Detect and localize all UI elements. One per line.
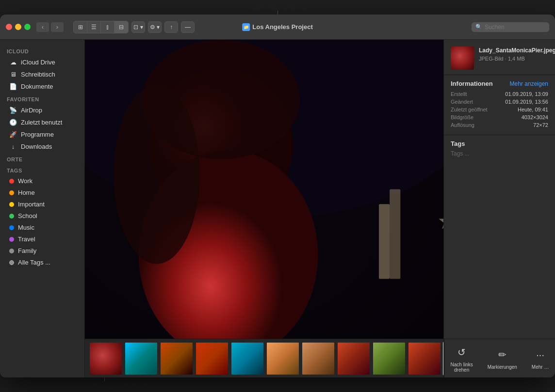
list-view-icon: ☰ (91, 24, 97, 31)
sidebar-section-favoriten: Favoriten (0, 93, 84, 104)
sidebar-item-label: School (18, 212, 37, 220)
minimize-button[interactable] (15, 24, 21, 30)
info-preview: Lady_SantaMonicaPier.jpeg JPEG-Bild · 1,… (444, 40, 555, 75)
info-label-aufloesung: Auflösung (451, 122, 474, 128)
thumbnail-4[interactable] (195, 342, 229, 376)
thumbnail-7[interactable] (301, 342, 335, 376)
forward-icon: › (56, 23, 58, 31)
maximize-button[interactable] (24, 24, 31, 30)
thumbnail-8[interactable] (337, 342, 371, 376)
info-row-geaendert: Geändert 01.09.2019, 13:56 (451, 99, 548, 105)
tag-dot-important (9, 202, 14, 207)
more-button[interactable]: ··· Mehr … (532, 347, 549, 370)
tag-dot-school (9, 214, 14, 219)
info-label-zuletzt: Zuletzt geöffnet (451, 107, 488, 112)
tag-dot-travel (9, 237, 14, 242)
svg-rect-8 (379, 204, 390, 279)
thumbnail-6[interactable] (266, 342, 300, 376)
markup-icon: ✏ (494, 347, 510, 362)
column-view-button[interactable]: ⫿ (101, 21, 114, 33)
info-panel: Lady_SantaMonicaPier.jpeg JPEG-Bild · 1,… (443, 40, 555, 377)
info-row-erstellt: Erstellt 01.09.2019, 13:09 (451, 91, 548, 97)
cloud-icon: ☁ (9, 58, 17, 66)
tags-title: Tags (451, 140, 548, 147)
info-value-geaendert: 01.09.2019, 13:56 (505, 99, 548, 105)
sidebar-item-tag-alle[interactable]: Alle Tags ... (2, 257, 82, 268)
titlebar: ‹ › ⊞ ☰ ⫿ ⊟ ⊡ ▾ (0, 15, 555, 40)
traffic-lights (6, 24, 31, 30)
icon-view-button[interactable]: ⊞ (74, 21, 87, 33)
cover-flow-button[interactable]: ⊡ ▾ (131, 21, 145, 33)
sidebar-item-label: Music (18, 224, 34, 231)
sidebar-item-tag-home[interactable]: Home (2, 187, 82, 198)
thumbnail-5[interactable] (230, 342, 264, 376)
tags-input-placeholder[interactable]: Tags ... (451, 150, 548, 157)
search-bar[interactable]: 🔍 (472, 22, 549, 32)
main-content: iCloud ☁ iCloud Drive 🖥 Schreibtisch 📄 D… (0, 40, 555, 377)
sidebar-item-label: Schreibtisch (21, 71, 55, 78)
sidebar-item-label: Travel (18, 235, 35, 243)
thumbnail-strip (85, 339, 443, 377)
thumbnail-2[interactable] (124, 342, 158, 376)
sidebar-item-tag-family[interactable]: Family (2, 245, 82, 256)
sidebar-item-tag-work[interactable]: Work (2, 175, 82, 187)
info-thumbnail-image (451, 47, 474, 70)
info-file-details: Lady_SantaMonicaPier.jpeg JPEG-Bild · 1,… (479, 47, 555, 62)
thumbnail-1[interactable] (89, 342, 123, 376)
tag-dot-home (9, 190, 14, 195)
sidebar-item-tag-travel[interactable]: Travel (2, 234, 82, 245)
info-label-erstellt: Erstellt (451, 91, 467, 97)
sidebar-section-tags: Tags (0, 164, 84, 175)
list-view-button[interactable]: ☰ (87, 21, 101, 33)
sidebar-item-tag-important[interactable]: Important (2, 199, 82, 210)
sidebar-item-airdrop[interactable]: 📡 AirDrop (2, 104, 82, 116)
info-row-zuletzt: Zuletzt geöffnet Heute, 09:41 (451, 107, 548, 112)
more-icon: ··· (533, 347, 548, 362)
tag-dot-family (9, 249, 14, 253)
info-label-bildgroesse: Bildgröße (451, 114, 473, 120)
sidebar-item-tag-school[interactable]: School (2, 210, 82, 221)
more-label: Mehr … (532, 364, 549, 370)
gallery-view-button[interactable]: ⊟ (114, 21, 128, 33)
sidebar-section-icloud: iCloud (0, 45, 84, 56)
thumbnail-10[interactable] (408, 342, 441, 376)
sidebar-item-label: Home (18, 189, 35, 196)
info-label-geaendert: Geändert (451, 99, 473, 105)
close-button[interactable] (6, 24, 12, 30)
sidebar-item-tag-music[interactable]: Music (2, 222, 82, 233)
share-icon: ↑ (170, 24, 173, 31)
search-input[interactable] (485, 24, 545, 31)
markierungen-button[interactable]: ✏ Markierungen (488, 347, 517, 370)
sidebar-item-label: Zuletzt benutzt (21, 119, 62, 126)
rotate-left-button[interactable]: ↺ Nach linksdrehen (451, 345, 473, 373)
clock-icon: 🕐 (9, 118, 17, 126)
gallery-area (85, 40, 443, 377)
sidebar-item-schreibtisch[interactable]: 🖥 Schreibtisch (2, 68, 82, 80)
settings-button[interactable]: ⚙ ▾ (148, 21, 162, 33)
more-info-link[interactable]: Mehr anzeigen (510, 80, 548, 87)
apps-icon: 🚀 (9, 130, 17, 138)
info-value-bildgroesse: 4032×3024 (522, 114, 548, 120)
info-section-header: Informationen Mehr anzeigen (451, 80, 548, 87)
forward-button[interactable]: › (51, 22, 64, 32)
thumbnail-9[interactable] (372, 342, 406, 376)
main-image-container (85, 40, 443, 339)
info-section-title: Informationen (451, 80, 493, 87)
sidebar-item-label: Dokumente (21, 83, 53, 90)
tag-dot-music (9, 225, 14, 230)
sidebar-item-programme[interactable]: 🚀 Programme (2, 128, 82, 140)
main-image-svg (85, 40, 443, 339)
share-button[interactable]: ↑ (164, 21, 178, 33)
sidebar-item-icloud-drive[interactable]: ☁ iCloud Drive (2, 56, 82, 68)
tag-button[interactable]: — (181, 21, 195, 33)
nav-annotation-label: Navigationsleiste (95, 381, 146, 389)
sidebar-item-label: Work (18, 177, 33, 185)
nav-arrows: ‹ › (36, 22, 64, 32)
sidebar-item-downloads[interactable]: ↓ Downloads (2, 141, 82, 152)
sidebar-item-zuletzt[interactable]: 🕐 Zuletzt benutzt (2, 116, 82, 128)
info-value-erstellt: 01.09.2019, 13:09 (505, 91, 548, 97)
thumbnail-3[interactable] (160, 342, 194, 376)
sidebar-item-dokumente[interactable]: 📄 Dokumente (2, 80, 82, 92)
bottom-actions: ↺ Nach linksdrehen ✏ Markierungen ··· Me… (444, 339, 555, 377)
back-button[interactable]: ‹ (36, 22, 49, 32)
